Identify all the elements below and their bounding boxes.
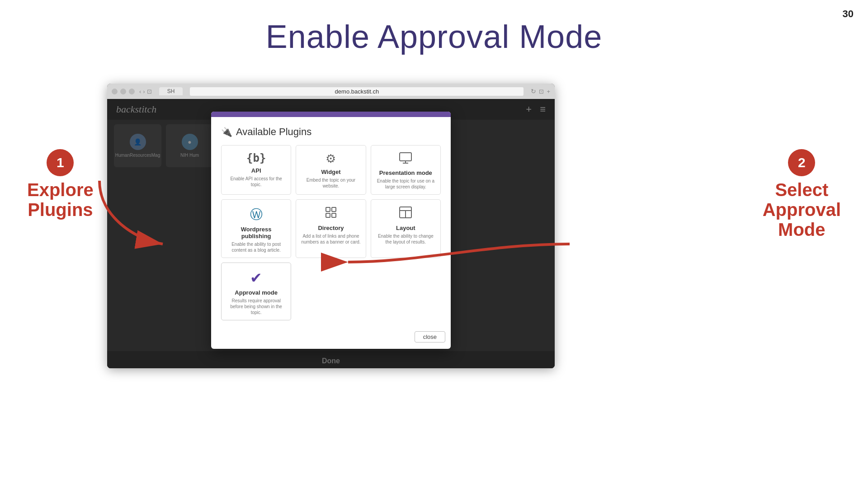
annotation-2: 2 Select Approval Mode [763, 149, 841, 239]
browser-close-btn[interactable] [112, 89, 118, 94]
refresh-icon[interactable]: ↻ [531, 88, 536, 95]
modal-body: 🔌 Available Plugins {b} API Enable API a… [211, 117, 451, 328]
directory-icon [325, 206, 337, 222]
wordpress-icon: Ⓦ [250, 206, 263, 223]
step2-circle: 2 [788, 149, 815, 176]
plugin-approval-name: Approval mode [235, 289, 278, 296]
step1-circle: 1 [47, 149, 74, 176]
close-button[interactable]: close [415, 331, 445, 343]
plugin-directory[interactable]: Directory Add a list of links and phone … [296, 199, 366, 258]
available-plugins-modal: 🔌 Available Plugins {b} API Enable API a… [211, 112, 451, 349]
modal-header-bar [211, 112, 451, 117]
modal-title-text: Available Plugins [236, 126, 311, 138]
plugin-wordpress-name: Wordpress publishing [226, 226, 286, 239]
plugin-widget-name: Widget [321, 169, 340, 175]
svg-rect-3 [326, 207, 330, 211]
forward-arrow-icon[interactable]: › [143, 88, 145, 95]
plugin-layout-name: Layout [396, 225, 415, 231]
presentation-icon [399, 152, 412, 167]
plugin-widget-desc: Embed the topic on your website. [301, 177, 361, 189]
modal-title: 🔌 Available Plugins [221, 126, 441, 138]
widget-icon: ⚙ [326, 152, 336, 166]
plugin-directory-name: Directory [318, 225, 344, 231]
plugin-api-name: API [251, 167, 261, 174]
annotation-1: 1 Explore Plugins [27, 149, 94, 220]
plugin-presentation[interactable]: Presentation mode Enable the topic for u… [371, 145, 441, 195]
page-title: Enable Approval Mode [0, 18, 868, 55]
modal-overlay: 🔌 Available Plugins {b} API Enable API a… [107, 99, 555, 368]
modal-footer: close [211, 328, 451, 349]
plugin-wordpress[interactable]: Ⓦ Wordpress publishing Enable the abilit… [221, 199, 291, 258]
plugin-approval-row: ✔ Approval mode Results require approval… [221, 263, 441, 320]
share-icon[interactable]: ⊡ [539, 88, 544, 95]
browser-minimize-btn[interactable] [120, 89, 126, 94]
plugin-approval[interactable]: ✔ Approval mode Results require approval… [221, 263, 291, 320]
plugin-api[interactable]: {b} API Enable API access for the topic. [221, 145, 291, 195]
browser-nav: ‹ › ⊡ [139, 88, 152, 95]
plugin-layout[interactable]: Layout Enable the ability to change the … [371, 199, 441, 258]
app-content: backstitch + ≡ 👤 HumanResourcesMag ● NIH… [107, 99, 555, 368]
layout-icon[interactable]: ⊡ [147, 88, 152, 95]
svg-rect-0 [400, 153, 411, 161]
svg-rect-6 [332, 213, 336, 217]
browser-maximize-btn[interactable] [129, 89, 135, 94]
approval-check-icon: ✔ [250, 269, 262, 286]
plugin-layout-desc: Enable the ability to change the layout … [376, 233, 436, 245]
plugin-presentation-desc: Enable the topic for use on a large scre… [376, 178, 436, 190]
plugin-widget[interactable]: ⚙ Widget Embed the topic on your website… [296, 145, 366, 195]
step2-text: Select Approval Mode [763, 180, 841, 239]
browser-tab[interactable]: SH [159, 87, 183, 95]
url-bar[interactable]: demo.backstit.ch [190, 87, 524, 96]
new-tab-icon[interactable]: + [547, 88, 550, 95]
plugin-presentation-name: Presentation mode [379, 169, 432, 176]
back-arrow-icon[interactable]: ‹ [139, 88, 141, 95]
layout-icon [399, 206, 412, 222]
svg-rect-5 [326, 213, 330, 217]
plugin-directory-desc: Add a list of links and phone numbers as… [301, 233, 361, 245]
puzzle-icon: 🔌 [221, 127, 232, 137]
api-icon: {b} [246, 152, 266, 164]
page-number: 30 [843, 8, 854, 20]
plugin-api-desc: Enable API access for the topic. [226, 176, 286, 188]
plugin-wordpress-desc: Enable the ability to post content as a … [226, 241, 286, 253]
svg-rect-4 [332, 207, 336, 211]
step1-text: Explore Plugins [27, 180, 94, 220]
plugin-approval-desc: Results require approval before being sh… [226, 298, 286, 315]
browser-chrome: ‹ › ⊡ SH demo.backstit.ch ↻ ⊡ + [107, 84, 555, 99]
browser-window: ‹ › ⊡ SH demo.backstit.ch ↻ ⊡ + backstit… [107, 84, 555, 368]
plugin-grid: {b} API Enable API access for the topic.… [221, 145, 441, 258]
